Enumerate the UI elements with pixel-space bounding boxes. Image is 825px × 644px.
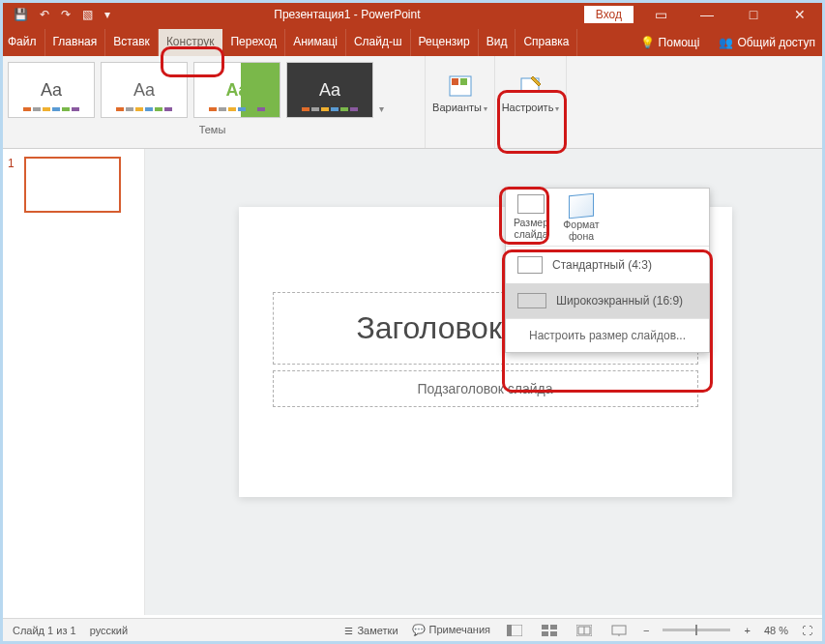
tab-view[interactable]: Вид — [479, 29, 516, 56]
tab-review[interactable]: Рецензир — [411, 29, 479, 56]
slide-counter: Слайд 1 из 1 — [13, 625, 76, 636]
comments-icon — [412, 624, 429, 635]
theme-thumb-4[interactable]: Aa — [286, 62, 373, 118]
notes-button[interactable]: Заметки — [344, 625, 398, 636]
ratio-4-3-icon — [517, 256, 543, 274]
size-widescreen-option[interactable]: Широкоэкранный (16:9) — [506, 283, 709, 318]
theme-thumb-2[interactable]: Aa — [101, 62, 188, 118]
slide-canvas: Заголовок слайда Подзаголовок слайда — [145, 149, 825, 615]
slide-thumb-1[interactable] — [24, 157, 121, 213]
svg-rect-6 — [542, 625, 548, 629]
customize-button[interactable]: Настроить — [495, 56, 566, 132]
slide-size-icon — [517, 194, 545, 214]
themes-more-icon[interactable]: ▾ — [379, 103, 384, 114]
svg-rect-8 — [542, 631, 548, 636]
zoom-slider[interactable] — [663, 629, 730, 631]
save-icon[interactable]: 💾 — [14, 8, 28, 21]
tellme-button[interactable]: Помощі — [631, 29, 710, 56]
maximize-icon[interactable]: □ — [734, 7, 773, 22]
svg-rect-7 — [550, 625, 557, 629]
zoom-out-icon[interactable]: − — [643, 625, 649, 636]
tab-insert[interactable]: Вставк — [105, 29, 159, 56]
minimize-icon[interactable]: — — [688, 7, 726, 22]
tab-file[interactable]: Файл — [0, 29, 45, 56]
customize-dropdown: Размер слайда Формат фона Стандартный (4… — [505, 188, 710, 353]
theme-thumb-3[interactable]: Aa — [193, 62, 280, 118]
theme-thumb-1[interactable]: Aa — [8, 62, 95, 118]
ratio-16-9-icon — [517, 293, 546, 308]
tab-animations[interactable]: Анимаці — [285, 29, 346, 56]
tab-design[interactable]: Конструк — [159, 29, 223, 56]
svg-rect-5 — [507, 625, 512, 636]
share-icon — [719, 36, 733, 49]
slide-number: 1 — [8, 157, 15, 170]
start-slideshow-icon[interactable]: ▧ — [82, 8, 93, 21]
normal-view-icon[interactable] — [504, 623, 525, 638]
ribbon-tabs: Файл Главная Вставк Конструк Переход Ани… — [0, 29, 825, 56]
ribbon-options-icon[interactable]: ▭ — [641, 7, 680, 22]
tab-slideshow[interactable]: Слайд-ш — [346, 29, 411, 56]
language-status[interactable]: русский — [90, 625, 128, 636]
customize-icon — [517, 74, 545, 98]
svg-rect-9 — [550, 631, 557, 636]
svg-rect-11 — [612, 626, 626, 634]
notes-icon — [344, 625, 357, 636]
redo-icon[interactable]: ↷ — [61, 8, 71, 21]
format-background-icon — [569, 194, 594, 218]
themes-group-label: Темы — [0, 120, 425, 141]
ribbon: Aa Aa Aa Aa ▾ Темы Варианты — [0, 56, 825, 149]
signin-button[interactable]: Вход — [584, 6, 633, 23]
window-title: Презентация1 - PowerPoint — [110, 8, 584, 21]
sorter-view-icon[interactable] — [539, 623, 560, 638]
comments-button[interactable]: Примечания — [412, 624, 491, 636]
zoom-in-icon[interactable]: + — [744, 625, 750, 636]
close-icon[interactable]: ✕ — [781, 7, 819, 22]
slide-thumbnails-panel: 1 — [0, 149, 145, 615]
custom-slide-size-option[interactable]: Настроить размер слайдов... — [506, 319, 709, 352]
share-button[interactable]: Общий доступ — [709, 29, 825, 56]
subtitle-placeholder[interactable]: Подзаголовок слайда — [273, 370, 698, 407]
fit-to-window-icon[interactable]: ⛶ — [802, 625, 812, 636]
variants-icon — [447, 74, 474, 98]
slide-size-button[interactable]: Размер слайда — [506, 189, 556, 246]
status-bar: Слайд 1 из 1 русский Заметки Примечания … — [3, 618, 822, 641]
title-bar: 💾 ↶ ↷ ▧ ▾ Презентация1 - PowerPoint Вход… — [0, 0, 825, 29]
reading-view-icon[interactable] — [574, 623, 595, 638]
themes-gallery[interactable]: Aa Aa Aa Aa ▾ — [0, 56, 425, 120]
undo-icon[interactable]: ↶ — [40, 8, 49, 21]
size-standard-option[interactable]: Стандартный (4:3) — [506, 247, 709, 283]
format-background-button[interactable]: Формат фона — [556, 189, 606, 246]
tab-help[interactable]: Справка — [516, 29, 577, 56]
tab-transitions[interactable]: Переход — [222, 29, 285, 56]
tab-home[interactable]: Главная — [45, 29, 106, 56]
qat-more-icon[interactable]: ▾ — [104, 8, 110, 21]
variants-button[interactable]: Варианты — [426, 56, 494, 132]
svg-rect-2 — [460, 78, 467, 85]
slideshow-view-icon[interactable] — [608, 623, 630, 638]
svg-rect-1 — [452, 78, 458, 85]
zoom-value[interactable]: 48 % — [764, 625, 788, 636]
bulb-icon — [640, 36, 655, 49]
